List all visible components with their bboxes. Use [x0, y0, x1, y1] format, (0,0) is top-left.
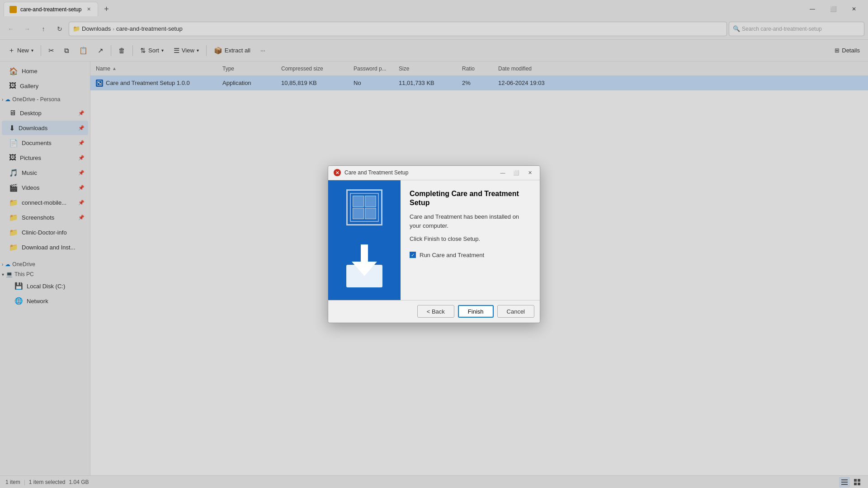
- dialog-banner: [328, 180, 401, 300]
- logo-quad-4: [365, 208, 376, 219]
- dialog-maximize-button[interactable]: ⬜: [510, 168, 523, 178]
- dialog-window-controls: — ⬜ ✕: [496, 168, 536, 178]
- dialog-heading: Completing Care and Treatment Setup: [410, 189, 531, 208]
- logo-grid: [350, 193, 379, 222]
- setup-dialog: ✕ Care and Treatment Setup — ⬜ ✕: [328, 165, 540, 323]
- dialog-content: Completing Care and Treatment Setup Care…: [401, 180, 540, 300]
- logo-quad-1: [353, 196, 364, 207]
- download-arrow-icon: [342, 240, 387, 291]
- dialog-close-button[interactable]: ✕: [524, 168, 536, 178]
- cancel-button[interactable]: Cancel: [497, 305, 534, 318]
- dialog-footer: < Back Finish Cancel: [328, 300, 540, 323]
- logo-quad-3: [353, 208, 364, 219]
- finish-button[interactable]: Finish: [458, 305, 494, 318]
- dialog-title-icon: ✕: [334, 169, 341, 176]
- logo-quad-2: [365, 196, 376, 207]
- dialog-text2: Click Finish to close Setup.: [410, 235, 531, 244]
- dialog-text1: Care and Treatment has been installed on…: [410, 212, 531, 230]
- dialog-body: Completing Care and Treatment Setup Care…: [328, 180, 540, 300]
- dialog-titlebar: ✕ Care and Treatment Setup — ⬜ ✕: [328, 166, 540, 180]
- run-app-checkbox[interactable]: ✓: [410, 252, 416, 258]
- dialog-overlay: ✕ Care and Treatment Setup — ⬜ ✕: [0, 0, 868, 488]
- back-button[interactable]: < Back: [417, 305, 454, 318]
- svg-rect-11: [361, 244, 368, 263]
- checkbox-label: Run Care and Treatment: [420, 252, 484, 258]
- dialog-title-text: Care and Treatment Setup: [344, 169, 496, 176]
- dialog-minimize-button[interactable]: —: [496, 168, 509, 178]
- app-logo: [346, 189, 382, 225]
- dialog-checkbox-row: ✓ Run Care and Treatment: [410, 252, 531, 258]
